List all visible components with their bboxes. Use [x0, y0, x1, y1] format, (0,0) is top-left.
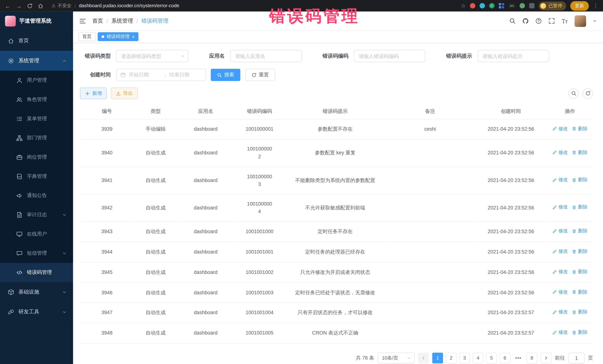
edit-link[interactable]: 修改	[552, 204, 568, 211]
address-bar[interactable]: ⚠不安全 | dashboard.yudao.iocoder.cn/system…	[52, 2, 179, 9]
sidebar-item-dept[interactable]: 部门管理	[0, 128, 73, 147]
page-button-3[interactable]: 3	[459, 353, 470, 364]
edit-link[interactable]: 修改	[552, 149, 568, 156]
extension-icon[interactable]: on	[508, 3, 515, 9]
back-icon[interactable]: ←	[5, 2, 11, 9]
sidebar-item-devtool[interactable]: 研发工具	[0, 302, 73, 322]
page-size-select[interactable]	[378, 353, 415, 364]
extension-icon[interactable]	[520, 3, 525, 9]
chevron-down-icon[interactable]	[593, 19, 597, 23]
tab-home[interactable]: 首页	[79, 32, 95, 41]
sidebar-item-infra[interactable]: 基础设施	[0, 282, 73, 302]
end-date-placeholder[interactable]: 结束日期	[169, 72, 202, 78]
tab-error-code[interactable]: 错误码管理 ×	[98, 32, 139, 41]
reload-icon[interactable]	[27, 3, 33, 9]
app-name-input[interactable]	[230, 50, 302, 62]
add-button[interactable]: 新增	[80, 88, 107, 99]
sidebar-item-online[interactable]: 在线用户	[0, 224, 73, 243]
fullscreen-icon[interactable]	[548, 18, 555, 24]
user-avatar[interactable]	[575, 15, 586, 27]
collapse-menu-icon[interactable]	[79, 17, 86, 24]
delete-link[interactable]: 删除	[572, 125, 588, 132]
delete-link[interactable]: 删除	[572, 176, 588, 184]
profile-paused-badge[interactable]: 已暂停	[539, 1, 566, 10]
page-jump-input[interactable]	[568, 353, 584, 364]
export-button[interactable]: 导出	[111, 88, 138, 99]
extension-icon[interactable]	[470, 3, 475, 9]
page-button-5[interactable]: 5	[486, 353, 497, 364]
edit-link[interactable]: 修改	[552, 248, 568, 255]
delete-link[interactable]: 删除	[572, 288, 588, 296]
extension-icon[interactable]	[499, 3, 504, 9]
active-tab-dot	[102, 35, 104, 38]
github-icon[interactable]	[522, 18, 529, 24]
error-hint-input[interactable]	[477, 50, 549, 62]
delete-link[interactable]: 删除	[572, 149, 588, 156]
edit-link[interactable]: 修改	[552, 268, 568, 276]
sidebar-item-sms[interactable]: 短信管理	[0, 243, 73, 263]
sidebar-item-post[interactable]: 岗位管理	[0, 147, 73, 167]
error-hint-field[interactable]	[477, 50, 549, 62]
delete-link[interactable]: 删除	[572, 248, 588, 255]
delete-link[interactable]: 删除	[572, 268, 588, 276]
breadcrumb-system[interactable]: 系统管理	[112, 17, 133, 24]
page-size-input[interactable]	[378, 353, 415, 364]
sidebar-item-role[interactable]: 角色管理	[0, 90, 73, 109]
edit-link[interactable]: 修改	[552, 309, 568, 316]
edit-link[interactable]: 修改	[552, 125, 568, 132]
page-button-2[interactable]: 2	[446, 353, 456, 364]
page-button-8[interactable]: 8	[527, 353, 537, 364]
sidebar-item-audit[interactable]: 审计日志	[0, 205, 73, 224]
prev-page-button[interactable]	[418, 353, 429, 364]
error-code-input[interactable]	[354, 50, 425, 62]
sidebar-item-menu[interactable]: 菜单管理	[0, 109, 73, 128]
range-separator: -	[164, 72, 166, 78]
start-date-placeholder[interactable]: 开始日期	[129, 72, 162, 78]
font-size-icon[interactable]	[561, 18, 568, 24]
edit-link[interactable]: 修改	[552, 176, 568, 184]
not-secure-label[interactable]: ⚠不安全	[52, 2, 71, 9]
app-logo[interactable]: 芋道管理系统	[0, 11, 73, 31]
error-type-select[interactable]	[116, 50, 188, 62]
sidebar-item-dict[interactable]: 字典管理	[0, 167, 73, 186]
sidebar-item-errcode[interactable]: 错误码管理	[0, 263, 73, 282]
next-page-button[interactable]	[541, 353, 551, 364]
reset-button[interactable]: 重置	[245, 69, 275, 81]
delete-link[interactable]: 删除	[572, 309, 588, 316]
delete-link[interactable]: 删除	[572, 329, 588, 336]
page-button-6[interactable]: 6	[499, 353, 510, 364]
forward-icon[interactable]: →	[16, 2, 22, 9]
page-button-1[interactable]: 1	[432, 353, 443, 364]
extension-icon[interactable]	[480, 3, 485, 9]
pager-more-button[interactable]: •••	[513, 353, 524, 364]
toggle-search-button[interactable]	[568, 88, 579, 99]
sidebar-item-home[interactable]: 首页	[0, 31, 73, 51]
error-type-input[interactable]	[116, 50, 188, 62]
date-range-picker[interactable]: 开始日期 - 结束日期	[116, 69, 206, 81]
url-text[interactable]: dashboard.yudao.iocoder.cn/system/error-…	[79, 3, 179, 9]
sidebar-item-user[interactable]: 用户管理	[0, 71, 73, 90]
delete-link[interactable]: 删除	[572, 227, 588, 235]
search-button[interactable]: 搜索	[211, 69, 241, 81]
sidebar-item-notice[interactable]: 通知公告	[0, 186, 73, 205]
app-name-field[interactable]	[230, 50, 302, 62]
browser-menu-icon[interactable]: ⋮	[593, 3, 598, 9]
cell-time: 2021-04-20 23:52:56	[475, 282, 547, 303]
breadcrumb-home[interactable]: 首页	[92, 17, 103, 24]
edit-link[interactable]: 修改	[552, 227, 568, 235]
page-button-4[interactable]: 4	[473, 353, 483, 364]
edit-link[interactable]: 修改	[552, 329, 568, 336]
home-icon[interactable]	[38, 3, 43, 9]
close-icon[interactable]: ×	[132, 34, 135, 39]
extension-icon[interactable]: ✓	[489, 3, 494, 9]
error-code-field[interactable]	[354, 50, 425, 62]
extension-icon[interactable]	[529, 3, 534, 9]
refresh-table-button[interactable]	[583, 88, 593, 99]
delete-link[interactable]: 删除	[572, 204, 588, 211]
edit-link[interactable]: 修改	[552, 288, 568, 296]
search-icon[interactable]	[509, 18, 516, 24]
sidebar-item-system[interactable]: 系统管理	[0, 51, 73, 71]
bookmark-star-icon[interactable]: ☆	[461, 3, 466, 9]
help-icon[interactable]	[535, 18, 542, 24]
browser-update-button[interactable]: 更新	[570, 1, 589, 11]
